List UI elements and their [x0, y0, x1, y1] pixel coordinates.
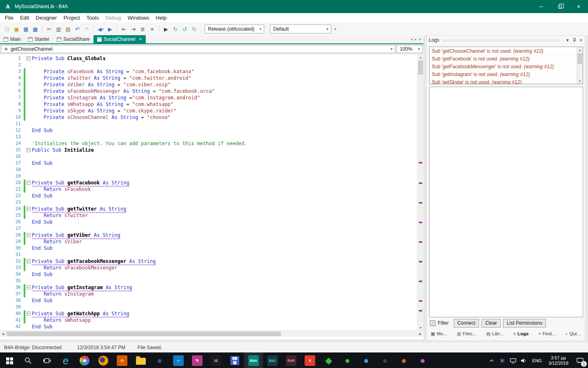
copy-button[interactable]: ▥ [54, 24, 63, 34]
code-line[interactable]: 22End Sub [0, 193, 417, 199]
code-line[interactable]: 28Private Sub getViber As String [0, 232, 417, 238]
code-line[interactable]: 19 [0, 173, 417, 180]
scroll-up-icon[interactable]: ▲ [418, 54, 423, 60]
menu-tools[interactable]: Tools [83, 13, 102, 23]
scroll-left-icon[interactable]: ◀ [0, 331, 6, 337]
dock-tab-find[interactable]: ⌖Find... [537, 330, 557, 337]
code-line[interactable]: 16 [0, 153, 417, 160]
tab-socialchannel[interactable]: SocialChannel✕ [94, 35, 146, 43]
navigate-back-button[interactable]: ◀▾ [96, 24, 105, 34]
intellij[interactable]: IJ [207, 352, 225, 368]
code-line[interactable]: 7 Private sInstagram As String ="com.ins… [0, 94, 417, 101]
paste-button[interactable]: ▤ [63, 24, 73, 34]
save-tool[interactable] [225, 352, 244, 368]
code-line[interactable]: 13 [0, 134, 417, 140]
task-view-button[interactable] [38, 352, 56, 368]
tray-app-icon[interactable] [497, 358, 508, 364]
tab-scroll-right-icon[interactable]: ▸ [415, 37, 417, 41]
app-x[interactable]: X [301, 352, 319, 368]
editor-horizontal-scrollbar[interactable]: ◀ ▶ [0, 330, 423, 337]
code-line[interactable]: 31 [0, 251, 417, 258]
warnings-scrollbar[interactable]: ▲ ▼ [577, 47, 583, 84]
filter-checkbox[interactable]: ✓ [430, 321, 435, 326]
code-line[interactable]: 12End Sub [0, 127, 417, 134]
action-center-button[interactable]: 1 [572, 352, 588, 368]
app-navy[interactable]: ● [376, 352, 394, 368]
code-line[interactable]: 20Private Sub getFacebook As String [0, 180, 417, 186]
rebuild-button[interactable]: ↻ [189, 24, 199, 34]
code-line[interactable]: 14'Initializes the object. You can add p… [0, 140, 417, 147]
fold-collapse-icon[interactable] [26, 232, 32, 238]
code-line[interactable]: 34End Sub [0, 271, 417, 278]
code-line[interactable]: 1Private Sub Class_Globals [0, 55, 417, 62]
code-line[interactable]: 37 Return sInstagram [0, 291, 417, 297]
code-line[interactable]: 10 Private sChooseChannel As String = "c… [0, 114, 417, 121]
compile-run-button[interactable]: ↻ [171, 24, 180, 34]
scroll-down-icon[interactable]: ▼ [577, 78, 583, 84]
code-line[interactable]: 42End Sub [0, 323, 417, 330]
tab-socialshare[interactable]: SocialShare [53, 35, 94, 43]
code-line[interactable]: 41 Return sWhatsapp [0, 317, 417, 323]
redo-button[interactable]: ↷ [82, 24, 91, 34]
code-line[interactable]: 18 [0, 166, 417, 173]
scroll-down-icon[interactable]: ▼ [418, 325, 423, 330]
dock-tab-quick[interactable]: ⌕Qui... [564, 330, 582, 337]
log-output-area[interactable] [429, 87, 583, 317]
log-warning-row[interactable]: Sub 'getChooseChannel' is not used. (war… [430, 47, 577, 55]
chevron-down-icon[interactable]: ▾ [102, 27, 104, 31]
close-panel-icon[interactable]: ✕ [579, 38, 583, 43]
code-line[interactable]: 6 Private sFacebookMessenger As String =… [0, 88, 417, 94]
code-line[interactable]: 33 Return sFacebookMessenger [0, 265, 417, 271]
log-warning-row[interactable]: Sub 'getFacebook' is not used. (warning … [430, 55, 577, 63]
clear-button[interactable]: Clear [481, 319, 501, 328]
b4a[interactable]: B4A [244, 352, 263, 368]
file-explorer[interactable] [131, 352, 150, 368]
chrome[interactable] [75, 352, 94, 368]
menu-windows[interactable]: Windows [125, 13, 153, 23]
code-line[interactable]: 40Private Sub getWatchApp As String [0, 310, 417, 317]
code-line[interactable]: 11 [0, 121, 417, 127]
code-line[interactable]: 27 [0, 225, 417, 232]
vscode[interactable]: ‹› [169, 352, 188, 368]
dock-tab-modules[interactable]: ▦Mo... [429, 330, 449, 337]
tab-starter[interactable]: Starter [24, 35, 53, 43]
code-line[interactable]: 25 Return sTwitter [0, 212, 417, 219]
code-editor[interactable]: 1Private Sub Class_Globals23 Private sFa… [0, 54, 423, 330]
menu-debug[interactable]: Debug [102, 13, 124, 23]
app-color[interactable]: ✎ [188, 352, 207, 368]
fold-collapse-icon[interactable] [26, 55, 32, 62]
panel-grip[interactable] [442, 39, 560, 42]
compile-release-button[interactable]: ↺ [180, 24, 189, 34]
app-green[interactable]: ● [338, 352, 357, 368]
tab-list-icon[interactable]: ▾ [419, 37, 421, 41]
close-button[interactable]: ✕ [569, 0, 588, 13]
fold-collapse-icon[interactable] [26, 147, 32, 153]
cut-button[interactable]: ✂ [45, 24, 54, 34]
code-line[interactable]: 30End Sub [0, 245, 417, 251]
code-line[interactable]: 36Private Sub getInstagram As String [0, 284, 417, 291]
code-line[interactable]: 39 [0, 304, 417, 310]
app-orange[interactable]: ● [394, 352, 413, 368]
code-line[interactable]: 38End Sub [0, 297, 417, 304]
scrollbar-thumb[interactable] [7, 332, 281, 336]
scroll-up-icon[interactable]: ▲ [577, 47, 583, 53]
code-line[interactable]: 5 Private sViber As String = "com.viber.… [0, 81, 417, 88]
code-line[interactable]: 2 [0, 62, 417, 68]
uncomment-button[interactable]: ≡ [147, 24, 157, 34]
fold-collapse-icon[interactable] [26, 180, 32, 186]
log-warning-row[interactable]: Sub 'getFacebookMessenger' is not used. … [430, 63, 577, 71]
code-line[interactable]: 32Private Sub getFacebookMessenger As St… [0, 258, 417, 265]
dock-tab-libraries[interactable]: ▤Libr... [485, 330, 506, 337]
run-button[interactable]: ▶ [161, 24, 171, 34]
menu-project[interactable]: Project [60, 13, 83, 23]
code-line[interactable]: 35 [0, 278, 417, 284]
tab-scroll-left-icon[interactable]: ◂ [410, 37, 412, 41]
code-line[interactable]: 26End Sub [0, 219, 417, 225]
code-line[interactable]: 24Private Sub getTwitter As String [0, 206, 417, 212]
save-button[interactable]: ▦ [21, 24, 31, 34]
editor-vertical-scrollbar[interactable]: ▲ ▼ [417, 54, 423, 330]
toolbar-overflow-button[interactable]: ▾ [334, 27, 336, 31]
code-line[interactable]: 9 Private sSkype As String = "com.skype.… [0, 108, 417, 114]
minimize-button[interactable] [532, 0, 550, 13]
warnings-list[interactable]: Sub 'getChooseChannel' is not used. (war… [429, 47, 583, 84]
